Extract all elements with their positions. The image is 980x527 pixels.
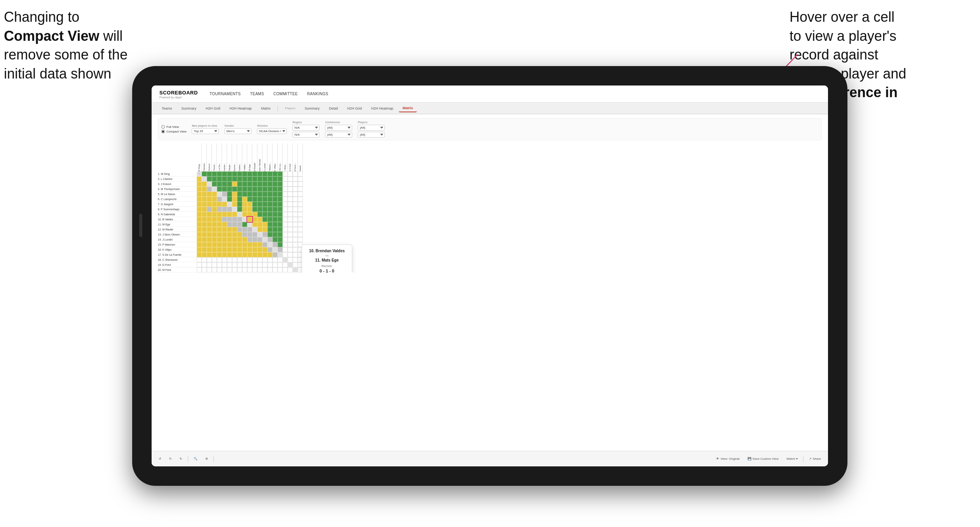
grid-cell[interactable] bbox=[242, 181, 247, 187]
grid-cell[interactable] bbox=[252, 207, 257, 212]
grid-cell[interactable] bbox=[267, 207, 273, 212]
redo-button-1[interactable]: ↻ bbox=[167, 456, 174, 462]
grid-cell[interactable] bbox=[207, 252, 212, 257]
grid-cell[interactable] bbox=[262, 227, 267, 232]
grid-cell[interactable] bbox=[293, 242, 298, 247]
grid-cell[interactable] bbox=[252, 227, 257, 232]
grid-cell[interactable] bbox=[232, 262, 237, 267]
players-select-2[interactable]: (All) bbox=[358, 132, 385, 138]
grid-cell[interactable] bbox=[212, 181, 217, 187]
grid-cell[interactable] bbox=[237, 227, 242, 232]
grid-cell[interactable] bbox=[202, 267, 207, 272]
grid-cell[interactable] bbox=[283, 207, 288, 212]
grid-cell[interactable] bbox=[273, 252, 278, 257]
grid-cell[interactable] bbox=[222, 207, 227, 212]
tab-detail[interactable]: Detail bbox=[325, 105, 342, 112]
grid-cell[interactable] bbox=[257, 212, 262, 217]
grid-cell[interactable] bbox=[293, 197, 298, 202]
grid-cell[interactable] bbox=[232, 202, 237, 207]
grid-cell[interactable] bbox=[232, 181, 237, 187]
grid-cell[interactable] bbox=[278, 181, 283, 187]
grid-cell[interactable] bbox=[237, 242, 242, 247]
grid-cell[interactable] bbox=[222, 197, 227, 202]
grid-cell[interactable] bbox=[298, 176, 303, 181]
grid-cell[interactable] bbox=[207, 257, 212, 262]
grid-cell[interactable] bbox=[232, 187, 237, 192]
grid-cell[interactable] bbox=[202, 242, 207, 247]
grid-cell[interactable] bbox=[217, 187, 222, 192]
grid-cell[interactable] bbox=[197, 187, 202, 192]
grid-cell[interactable] bbox=[267, 212, 273, 217]
grid-cell[interactable] bbox=[242, 176, 247, 181]
grid-cell[interactable] bbox=[257, 192, 262, 197]
grid-cell[interactable] bbox=[273, 217, 278, 222]
grid-cell[interactable] bbox=[298, 171, 303, 176]
grid-cell[interactable] bbox=[212, 192, 217, 197]
grid-cell[interactable] bbox=[298, 232, 303, 237]
grid-cell[interactable] bbox=[247, 217, 252, 222]
grid-cell[interactable] bbox=[247, 171, 252, 176]
grid-cell[interactable] bbox=[247, 212, 252, 217]
grid-cell[interactable] bbox=[202, 217, 207, 222]
grid-cell[interactable] bbox=[202, 207, 207, 212]
grid-cell[interactable] bbox=[298, 187, 303, 192]
grid-cell[interactable] bbox=[278, 217, 283, 222]
grid-cell[interactable] bbox=[273, 181, 278, 187]
grid-cell[interactable] bbox=[207, 171, 212, 176]
grid-cell[interactable] bbox=[222, 181, 227, 187]
grid-cell[interactable] bbox=[202, 257, 207, 262]
grid-cell[interactable] bbox=[242, 222, 247, 227]
grid-cell[interactable] bbox=[212, 176, 217, 181]
grid-cell[interactable] bbox=[247, 237, 252, 242]
grid-cell[interactable] bbox=[197, 181, 202, 187]
grid-cell[interactable] bbox=[262, 247, 267, 252]
grid-cell[interactable] bbox=[237, 217, 242, 222]
grid-cell[interactable] bbox=[242, 257, 247, 262]
grid-cell[interactable] bbox=[267, 181, 273, 187]
grid-cell[interactable] bbox=[222, 212, 227, 217]
grid-cell[interactable] bbox=[197, 232, 202, 237]
full-view-radio[interactable]: Full View bbox=[161, 125, 186, 129]
grid-cell[interactable] bbox=[222, 227, 227, 232]
grid-cell[interactable] bbox=[212, 202, 217, 207]
grid-cell[interactable] bbox=[217, 242, 222, 247]
grid-cell[interactable] bbox=[197, 252, 202, 257]
grid-cell[interactable] bbox=[247, 232, 252, 237]
grid-cell[interactable] bbox=[252, 222, 257, 227]
grid-cell[interactable] bbox=[278, 187, 283, 192]
grid-cell[interactable] bbox=[257, 262, 262, 267]
grid-cell[interactable] bbox=[283, 222, 288, 227]
grid-cell[interactable] bbox=[217, 267, 222, 272]
grid-cell[interactable] bbox=[262, 267, 267, 272]
grid-cell[interactable] bbox=[217, 257, 222, 262]
grid-cell[interactable] bbox=[242, 187, 247, 192]
grid-cell[interactable] bbox=[227, 187, 232, 192]
grid-cell[interactable] bbox=[202, 262, 207, 267]
grid-cell[interactable] bbox=[202, 227, 207, 232]
grid-cell[interactable] bbox=[197, 237, 202, 242]
grid-cell[interactable] bbox=[247, 192, 252, 197]
grid-cell[interactable] bbox=[283, 262, 288, 267]
conference-select-1[interactable]: (All) bbox=[325, 125, 352, 131]
grid-cell[interactable] bbox=[227, 247, 232, 252]
grid-cell[interactable] bbox=[293, 232, 298, 237]
grid-cell[interactable] bbox=[247, 267, 252, 272]
grid-cell[interactable] bbox=[197, 212, 202, 217]
grid-cell[interactable] bbox=[202, 187, 207, 192]
grid-cell[interactable] bbox=[252, 262, 257, 267]
grid-cell[interactable] bbox=[202, 247, 207, 252]
grid-cell[interactable] bbox=[227, 212, 232, 217]
grid-cell[interactable] bbox=[262, 171, 267, 176]
grid-cell[interactable] bbox=[283, 192, 288, 197]
grid-cell[interactable] bbox=[197, 247, 202, 252]
grid-cell[interactable] bbox=[262, 217, 267, 222]
grid-cell[interactable] bbox=[262, 252, 267, 257]
grid-cell[interactable] bbox=[278, 252, 283, 257]
grid-cell[interactable] bbox=[247, 247, 252, 252]
grid-cell[interactable] bbox=[288, 207, 293, 212]
region-select-1[interactable]: N/A bbox=[292, 125, 320, 131]
grid-cell[interactable] bbox=[257, 176, 262, 181]
grid-cell[interactable] bbox=[293, 257, 298, 262]
grid-cell[interactable] bbox=[217, 247, 222, 252]
grid-cell[interactable] bbox=[257, 202, 262, 207]
